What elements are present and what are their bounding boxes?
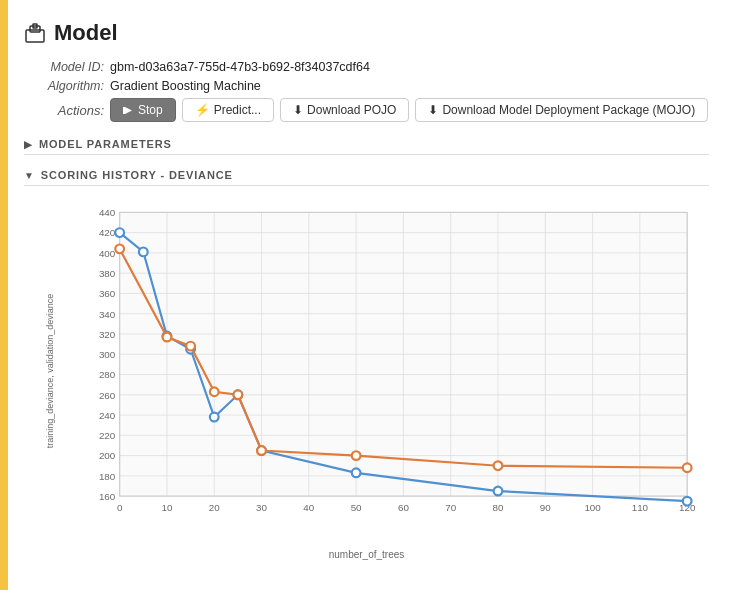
stop-icon bbox=[123, 105, 134, 116]
model-id-label: Model ID: bbox=[24, 60, 104, 74]
svg-text:220: 220 bbox=[99, 430, 116, 441]
svg-point-72 bbox=[163, 333, 172, 342]
svg-point-76 bbox=[257, 446, 266, 455]
model-params-section: ▶ MODEL PARAMETERS bbox=[24, 138, 709, 155]
svg-text:340: 340 bbox=[99, 309, 116, 320]
stop-button[interactable]: Stop bbox=[110, 98, 176, 122]
predict-icon: ⚡ bbox=[195, 103, 210, 117]
svg-text:240: 240 bbox=[99, 410, 116, 421]
actions-buttons: Stop ⚡ Predict... ⬇ Download POJO ⬇ Down… bbox=[110, 98, 708, 122]
svg-point-75 bbox=[234, 390, 243, 399]
svg-text:70: 70 bbox=[445, 502, 456, 513]
svg-text:400: 400 bbox=[99, 248, 116, 259]
svg-point-70 bbox=[683, 497, 692, 506]
download-mojo-icon: ⬇ bbox=[428, 103, 438, 117]
svg-text:360: 360 bbox=[99, 288, 116, 299]
svg-point-73 bbox=[186, 342, 195, 351]
svg-point-74 bbox=[210, 387, 219, 396]
svg-text:80: 80 bbox=[493, 502, 504, 513]
svg-point-71 bbox=[115, 244, 124, 253]
svg-text:30: 30 bbox=[256, 502, 267, 513]
svg-text:0: 0 bbox=[117, 502, 123, 513]
svg-text:260: 260 bbox=[99, 390, 116, 401]
model-params-header[interactable]: ▶ MODEL PARAMETERS bbox=[24, 138, 709, 155]
svg-text:180: 180 bbox=[99, 471, 116, 482]
scoring-history-header[interactable]: ▼ SCORING HISTORY - DEVIANCE bbox=[24, 169, 709, 186]
svg-text:280: 280 bbox=[99, 369, 116, 380]
svg-text:60: 60 bbox=[398, 502, 409, 513]
svg-text:160: 160 bbox=[99, 491, 116, 502]
svg-point-61 bbox=[115, 228, 124, 237]
model-params-arrow: ▶ bbox=[24, 139, 33, 150]
model-id-value: gbm-d03a63a7-755d-47b3-b692-8f34037cdf64 bbox=[110, 60, 370, 74]
svg-text:380: 380 bbox=[99, 268, 116, 279]
svg-text:90: 90 bbox=[540, 502, 551, 513]
download-mojo-button[interactable]: ⬇ Download Model Deployment Package (MOJ… bbox=[415, 98, 708, 122]
model-id-row: Model ID: gbm-d03a63a7-755d-47b3-b692-8f… bbox=[24, 60, 709, 74]
scoring-history-section: ▼ SCORING HISTORY - DEVIANCE training_de… bbox=[24, 169, 709, 560]
svg-text:10: 10 bbox=[161, 502, 172, 513]
predict-button[interactable]: ⚡ Predict... bbox=[182, 98, 274, 122]
svg-text:20: 20 bbox=[209, 502, 220, 513]
actions-row: Actions: Stop ⚡ Predict... ⬇ Download PO… bbox=[24, 98, 709, 122]
model-icon bbox=[24, 22, 46, 44]
svg-text:40: 40 bbox=[303, 502, 314, 513]
svg-text:50: 50 bbox=[351, 502, 362, 513]
svg-point-77 bbox=[352, 451, 361, 460]
svg-text:200: 200 bbox=[99, 450, 116, 461]
scoring-history-arrow: ▼ bbox=[24, 170, 35, 181]
svg-point-62 bbox=[139, 248, 148, 257]
page-title: Model bbox=[24, 20, 709, 46]
svg-text:420: 420 bbox=[99, 227, 116, 238]
main-content: Model Model ID: gbm-d03a63a7-755d-47b3-b… bbox=[8, 0, 729, 590]
svg-rect-1 bbox=[30, 26, 40, 32]
algorithm-value: Gradient Boosting Machine bbox=[110, 79, 261, 93]
download-pojo-icon: ⬇ bbox=[293, 103, 303, 117]
svg-point-69 bbox=[494, 487, 503, 496]
svg-point-65 bbox=[210, 413, 219, 422]
svg-text:100: 100 bbox=[584, 502, 601, 513]
x-axis-label: number_of_trees bbox=[24, 549, 709, 560]
actions-label: Actions: bbox=[24, 103, 104, 118]
chart-container: training_deviance, validation_deviance 1… bbox=[24, 196, 709, 560]
algorithm-label: Algorithm: bbox=[24, 79, 104, 93]
svg-text:110: 110 bbox=[632, 502, 649, 513]
svg-text:320: 320 bbox=[99, 329, 116, 340]
algorithm-row: Algorithm: Gradient Boosting Machine bbox=[24, 79, 709, 93]
svg-point-78 bbox=[494, 461, 503, 470]
y-axis-label: training_deviance, validation_deviance bbox=[45, 271, 55, 471]
download-pojo-button[interactable]: ⬇ Download POJO bbox=[280, 98, 409, 122]
svg-point-79 bbox=[683, 463, 692, 472]
svg-point-68 bbox=[352, 468, 361, 477]
svg-text:300: 300 bbox=[99, 349, 116, 360]
svg-text:440: 440 bbox=[99, 207, 116, 218]
accent-bar bbox=[0, 0, 8, 590]
